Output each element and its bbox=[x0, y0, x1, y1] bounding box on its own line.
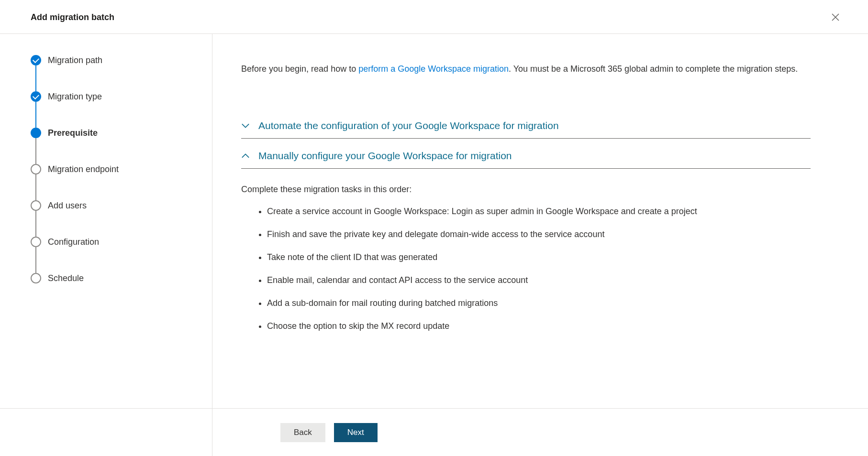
step-label: Add users bbox=[48, 200, 87, 211]
check-icon bbox=[31, 55, 41, 65]
step-label: Schedule bbox=[48, 273, 84, 283]
task-item: Enable mail, calendar and contact API ac… bbox=[267, 274, 811, 286]
circle-pending-icon bbox=[31, 237, 41, 247]
accordion-title: Manually configure your Google Workspace… bbox=[258, 150, 512, 162]
close-icon bbox=[832, 13, 839, 21]
step-prerequisite[interactable]: Prerequisite bbox=[31, 128, 212, 164]
accordion-automate: Automate the configuration of your Googl… bbox=[241, 113, 811, 139]
chevron-up-icon bbox=[241, 152, 250, 160]
task-item: Create a service account in Google Works… bbox=[267, 205, 811, 217]
step-add-users[interactable]: Add users bbox=[31, 200, 212, 237]
back-button[interactable]: Back bbox=[280, 423, 325, 442]
intro-text: Before you begin, read how to perform a … bbox=[241, 63, 811, 75]
task-item: Finish and save the private key and dele… bbox=[267, 228, 811, 240]
step-label: Migration type bbox=[48, 91, 102, 102]
accordion-manual-header[interactable]: Manually configure your Google Workspace… bbox=[241, 150, 811, 162]
task-item: Add a sub-domain for mail routing during… bbox=[267, 297, 811, 309]
circle-pending-icon bbox=[31, 164, 41, 174]
circle-pending-icon bbox=[31, 273, 41, 283]
circle-pending-icon bbox=[31, 200, 41, 211]
dialog-title: Add migration batch bbox=[31, 12, 114, 22]
circle-active-icon bbox=[31, 128, 41, 138]
step-migration-type[interactable]: Migration type bbox=[31, 91, 212, 128]
accordion-automate-header[interactable]: Automate the configuration of your Googl… bbox=[241, 120, 811, 131]
task-item: Take note of the client ID that was gene… bbox=[267, 251, 811, 263]
check-icon bbox=[31, 91, 41, 102]
dialog-header: Add migration batch bbox=[0, 0, 868, 34]
accordion-manual: Manually configure your Google Workspace… bbox=[241, 143, 811, 169]
task-item: Choose the option to skip the MX record … bbox=[267, 320, 811, 332]
tasks-intro: Complete these migration tasks in this o… bbox=[241, 183, 811, 195]
step-schedule[interactable]: Schedule bbox=[31, 273, 212, 283]
chevron-down-icon bbox=[241, 121, 250, 130]
accordion-title: Automate the configuration of your Googl… bbox=[258, 120, 559, 131]
close-button[interactable] bbox=[828, 10, 843, 25]
step-migration-path[interactable]: Migration path bbox=[31, 55, 212, 91]
migration-doc-link[interactable]: perform a Google Workspace migration bbox=[358, 64, 509, 74]
step-label: Configuration bbox=[48, 237, 99, 247]
main-content: Before you begin, read how to perform a … bbox=[212, 34, 868, 413]
step-label: Migration endpoint bbox=[48, 164, 119, 174]
step-migration-endpoint[interactable]: Migration endpoint bbox=[31, 164, 212, 200]
accordion-manual-body: Complete these migration tasks in this o… bbox=[241, 183, 811, 332]
wizard-footer: Back Next bbox=[0, 408, 868, 456]
next-button[interactable]: Next bbox=[334, 423, 378, 442]
step-label: Migration path bbox=[48, 55, 102, 65]
wizard-steps-sidebar: Migration path Migration type Prerequisi… bbox=[0, 34, 212, 413]
tasks-list: Create a service account in Google Works… bbox=[241, 205, 811, 332]
step-configuration[interactable]: Configuration bbox=[31, 237, 212, 273]
step-label: Prerequisite bbox=[48, 128, 98, 138]
